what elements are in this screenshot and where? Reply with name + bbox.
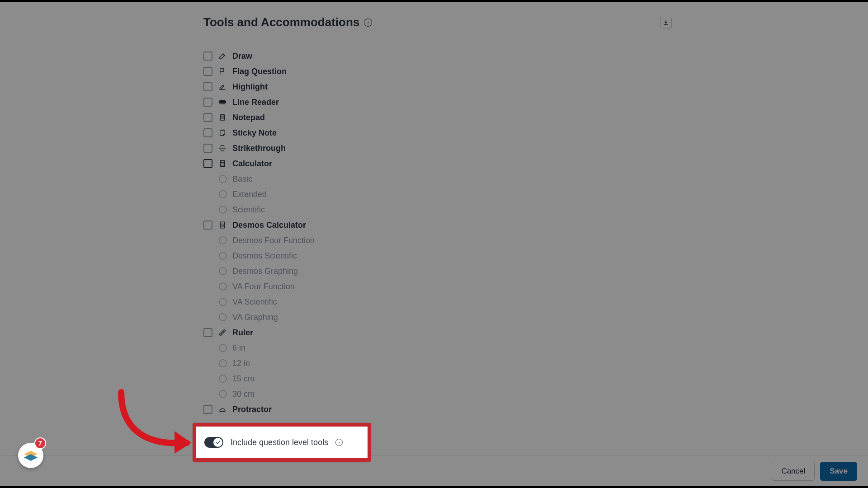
checkbox-highlight[interactable] [203, 82, 212, 91]
flag-icon [218, 67, 227, 76]
label-sticky-note: Sticky Note [232, 128, 277, 138]
label-line-reader: Line Reader [232, 98, 279, 107]
calculator-options: Basic Extended Scientific [219, 171, 672, 217]
opt-desmos-sci: Desmos Scientific [232, 251, 297, 261]
checkbox-notepad[interactable] [203, 113, 212, 122]
tool-row-desmos: Desmos Calculator [203, 217, 672, 233]
tool-row-ruler: Ruler [203, 325, 672, 340]
label-highlight: Highlight [232, 82, 268, 92]
tool-row-highlight: Highlight [203, 79, 672, 94]
section-title: Tools and Accommodations [203, 15, 359, 29]
strikethrough-icon [218, 144, 227, 153]
help-widget-count: 7 [34, 437, 46, 449]
radio-desmos-graph[interactable] [219, 267, 227, 275]
section-header: Tools and Accommodations i [203, 15, 672, 29]
opt-desmos-graph: Desmos Graphing [232, 267, 298, 276]
opt-va-four: VA Four Function [232, 282, 295, 291]
desmos-icon [218, 221, 227, 230]
radio-va-four[interactable] [219, 282, 227, 291]
tool-row-protractor: Protractor [203, 402, 672, 417]
radio-desmos-four[interactable] [219, 236, 227, 244]
checkbox-sticky-note[interactable] [203, 128, 212, 137]
question-level-tools-highlight: Include question level tools i [193, 423, 371, 462]
opt-ruler-30cm: 30 cm [232, 389, 255, 399]
label-protractor: Protractor [232, 405, 272, 414]
radio-ruler-15cm[interactable] [219, 375, 227, 383]
label-desmos: Desmos Calculator [232, 221, 306, 230]
line-reader-icon [218, 98, 227, 107]
sticky-note-icon [218, 128, 227, 137]
calculator-icon [218, 159, 227, 168]
ruler-options: 6 in 12 in 15 cm 30 cm [219, 340, 672, 402]
radio-calc-extended[interactable] [219, 190, 227, 198]
protractor-icon [218, 405, 227, 414]
highlight-icon [218, 82, 227, 91]
checkbox-draw[interactable] [203, 52, 212, 61]
tool-list: Draw Flag Question Highlight Line Reader [203, 48, 672, 417]
ruler-icon [218, 328, 227, 337]
radio-va-graph[interactable] [219, 313, 227, 321]
tool-row-calculator: Calculator [203, 156, 672, 171]
question-level-tools-toggle[interactable] [204, 437, 223, 448]
tool-row-strikethrough: Strikethrough [203, 141, 672, 156]
radio-ruler-12in[interactable] [219, 359, 227, 367]
tool-row-sticky-note: Sticky Note [203, 125, 672, 141]
opt-ruler-15cm: 15 cm [232, 374, 255, 384]
radio-ruler-6in[interactable] [219, 344, 227, 352]
radio-calc-scientific[interactable] [219, 206, 227, 214]
label-flag: Flag Question [232, 67, 287, 76]
desmos-options: Desmos Four Function Desmos Scientific D… [219, 233, 672, 325]
tool-row-line-reader: Line Reader [203, 94, 672, 110]
page: Tools and Accommodations i Draw Flag Que… [0, 2, 868, 486]
notepad-icon [218, 113, 227, 122]
checkbox-ruler[interactable] [203, 328, 212, 337]
cancel-button[interactable]: Cancel [772, 462, 815, 481]
label-ruler: Ruler [232, 328, 253, 338]
tools-section: Tools and Accommodations i Draw Flag Que… [203, 15, 672, 417]
info-icon[interactable]: i [364, 19, 372, 27]
tool-row-draw: Draw [203, 48, 672, 64]
opt-calc-extended: Extended [232, 190, 267, 199]
footer: Cancel Save [0, 455, 868, 486]
help-widget[interactable]: 7 [17, 440, 45, 468]
radio-desmos-sci[interactable] [219, 252, 227, 260]
download-button[interactable] [660, 17, 672, 28]
checkbox-desmos[interactable] [203, 221, 212, 230]
opt-va-sci: VA Scientific [232, 297, 277, 307]
opt-calc-scientific: Scientific [232, 205, 265, 215]
checkbox-protractor[interactable] [203, 405, 212, 414]
radio-calc-basic[interactable] [219, 175, 227, 183]
checkbox-line-reader[interactable] [203, 98, 212, 107]
checkbox-calculator[interactable] [203, 159, 212, 168]
tool-row-flag: Flag Question [203, 64, 672, 79]
opt-ruler-6in: 6 in [232, 343, 245, 353]
question-level-tools-label: Include question level tools [231, 438, 328, 447]
draw-icon [218, 52, 227, 61]
label-notepad: Notepad [232, 113, 265, 122]
opt-va-graph: VA Graphing [232, 313, 278, 322]
tool-row-notepad: Notepad [203, 110, 672, 125]
opt-desmos-four: Desmos Four Function [232, 236, 315, 245]
save-button[interactable]: Save [820, 462, 857, 481]
opt-calc-basic: Basic [232, 174, 252, 184]
opt-ruler-12in: 12 in [232, 359, 250, 368]
checkbox-flag[interactable] [203, 67, 212, 76]
checkbox-strikethrough[interactable] [203, 144, 212, 153]
radio-ruler-30cm[interactable] [219, 390, 227, 398]
radio-va-sci[interactable] [219, 298, 227, 306]
label-draw: Draw [232, 52, 252, 61]
info-icon[interactable]: i [335, 439, 343, 446]
label-calculator: Calculator [232, 159, 272, 169]
label-strikethrough: Strikethrough [232, 144, 286, 153]
